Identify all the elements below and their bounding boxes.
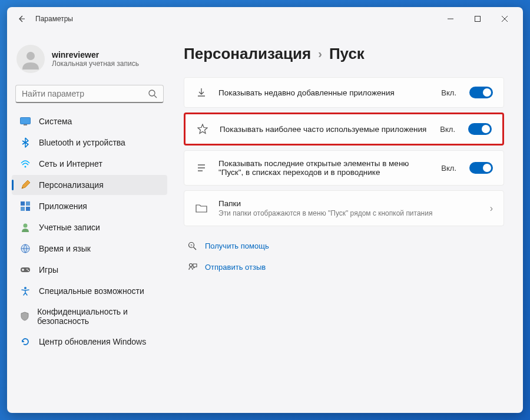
minimize-button[interactable] bbox=[437, 9, 464, 28]
svg-point-18 bbox=[190, 264, 193, 267]
privacy-icon bbox=[20, 311, 29, 322]
setting-title: Показывать наиболее часто используемые п… bbox=[220, 125, 429, 134]
sidebar-item-7[interactable]: Игры bbox=[12, 260, 167, 280]
sidebar-item-label: Игры bbox=[39, 265, 58, 275]
accounts-icon bbox=[20, 222, 31, 233]
svg-text:?: ? bbox=[190, 244, 193, 247]
user-info: winreviewer Локальная учетная запись bbox=[52, 50, 139, 68]
sidebar-item-0[interactable]: Система bbox=[12, 111, 167, 131]
close-button[interactable] bbox=[491, 9, 518, 28]
apps-icon bbox=[20, 201, 31, 211]
setting-title: Папки bbox=[218, 199, 479, 208]
settings-list: Показывать недавно добавленные приложени… bbox=[184, 77, 504, 226]
sidebar-item-8[interactable]: Специальные возможности bbox=[12, 281, 167, 301]
svg-rect-9 bbox=[26, 207, 30, 211]
get-help-link[interactable]: ? Получить помощь bbox=[184, 238, 504, 253]
feedback-label: Отправить отзыв bbox=[205, 263, 266, 272]
toggle-state: Вкл. bbox=[440, 125, 455, 134]
username: winreviewer bbox=[52, 50, 139, 59]
toggle-switch[interactable] bbox=[469, 87, 493, 98]
sidebar-item-label: Система bbox=[39, 117, 72, 126]
sidebar-item-label: Специальные возможности bbox=[39, 286, 144, 296]
setting-text: Показывать последние открытые элементы в… bbox=[218, 159, 430, 177]
sidebar-item-3[interactable]: Персонализация bbox=[12, 175, 167, 195]
svg-point-5 bbox=[25, 166, 26, 168]
account-type: Локальная учетная запись bbox=[52, 59, 139, 68]
sidebar-item-9[interactable]: Конфиденциальность и безопасность bbox=[12, 302, 167, 330]
sidebar-item-label: Учетные записи bbox=[39, 223, 100, 232]
search-input[interactable] bbox=[22, 89, 148, 98]
svg-rect-7 bbox=[26, 201, 30, 206]
sidebar-item-label: Приложения bbox=[39, 201, 87, 211]
toggle-switch[interactable] bbox=[469, 162, 493, 174]
setting-card-3[interactable]: ПапкиЭти папки отображаются в меню "Пуск… bbox=[184, 190, 504, 226]
sidebar-item-4[interactable]: Приложения bbox=[12, 196, 167, 216]
setting-text: Показывать недавно добавленные приложени… bbox=[218, 88, 430, 97]
titlebar: Параметры bbox=[7, 7, 523, 31]
time-language-icon bbox=[20, 243, 31, 254]
svg-rect-6 bbox=[21, 201, 25, 206]
bluetooth-icon bbox=[20, 137, 31, 148]
arrow-left-icon bbox=[16, 14, 26, 24]
svg-point-2 bbox=[149, 90, 155, 96]
svg-rect-0 bbox=[475, 16, 481, 22]
toggle-state: Вкл. bbox=[441, 88, 456, 97]
sidebar-item-5[interactable]: Учетные записи bbox=[12, 217, 167, 237]
svg-point-14 bbox=[28, 270, 29, 271]
svg-point-15 bbox=[24, 287, 26, 289]
toggle-state: Вкл. bbox=[441, 164, 456, 173]
avatar bbox=[16, 45, 45, 73]
sidebar: winreviewer Локальная учетная запись Сис… bbox=[7, 31, 172, 413]
setting-card-0: Показывать недавно добавленные приложени… bbox=[184, 77, 504, 108]
sidebar-item-6[interactable]: Время и язык bbox=[12, 239, 167, 259]
user-icon bbox=[19, 47, 42, 71]
maximize-button[interactable] bbox=[464, 9, 491, 28]
svg-point-1 bbox=[26, 52, 35, 60]
breadcrumb-current: Пуск bbox=[329, 45, 365, 63]
network-icon bbox=[20, 158, 31, 169]
gaming-icon bbox=[20, 264, 31, 275]
toggle-switch[interactable] bbox=[468, 123, 492, 135]
svg-point-10 bbox=[24, 224, 28, 228]
setting-card-2: Показывать последние открытые элементы в… bbox=[184, 150, 504, 186]
accessibility-icon bbox=[20, 286, 31, 296]
setting-title: Показывать недавно добавленные приложени… bbox=[218, 88, 430, 97]
svg-rect-8 bbox=[21, 207, 25, 211]
app-title: Параметры bbox=[35, 15, 73, 23]
setting-title: Показывать последние открытые элементы в… bbox=[218, 159, 430, 177]
window-controls bbox=[437, 9, 518, 28]
svg-point-13 bbox=[26, 269, 28, 270]
download-icon bbox=[195, 86, 208, 99]
maximize-icon bbox=[475, 16, 481, 22]
sidebar-item-label: Центр обновления Windows bbox=[39, 337, 146, 346]
sidebar-item-1[interactable]: Bluetooth и устройства bbox=[12, 133, 167, 153]
personalization-icon bbox=[20, 180, 31, 190]
sidebar-item-label: Bluetooth и устройства bbox=[39, 138, 125, 147]
content: Персонализация › Пуск Показывать недавно… bbox=[172, 31, 523, 413]
back-button[interactable] bbox=[12, 9, 31, 28]
settings-window: Параметры winreviewer Локальная учетная … bbox=[7, 7, 523, 413]
body-area: winreviewer Локальная учетная запись Сис… bbox=[7, 31, 523, 413]
setting-text: Показывать наиболее часто используемые п… bbox=[220, 125, 429, 134]
sidebar-item-10[interactable]: Центр обновления Windows bbox=[12, 332, 167, 352]
sidebar-item-label: Сеть и Интернет bbox=[39, 159, 102, 168]
chevron-right-icon: › bbox=[490, 203, 493, 214]
help-links: ? Получить помощь Отправить отзыв bbox=[184, 238, 504, 275]
breadcrumb: Персонализация › Пуск bbox=[184, 45, 504, 63]
star-icon bbox=[196, 123, 209, 135]
svg-rect-3 bbox=[21, 118, 31, 124]
search-icon bbox=[148, 89, 157, 98]
user-block[interactable]: winreviewer Локальная учетная запись bbox=[12, 38, 167, 82]
feedback-link[interactable]: Отправить отзыв bbox=[184, 259, 504, 275]
breadcrumb-parent[interactable]: Персонализация bbox=[184, 45, 311, 63]
minimize-icon bbox=[448, 16, 453, 22]
close-icon bbox=[502, 16, 508, 22]
svg-rect-4 bbox=[24, 124, 27, 125]
search-box[interactable] bbox=[15, 85, 164, 103]
sidebar-item-2[interactable]: Сеть и Интернет bbox=[12, 154, 167, 174]
list-icon bbox=[195, 161, 208, 174]
chevron-right-icon: › bbox=[318, 47, 322, 61]
system-icon bbox=[20, 116, 31, 127]
nav-list: СистемаBluetooth и устройстваСеть и Инте… bbox=[12, 111, 167, 352]
windows-update-icon bbox=[20, 336, 31, 347]
